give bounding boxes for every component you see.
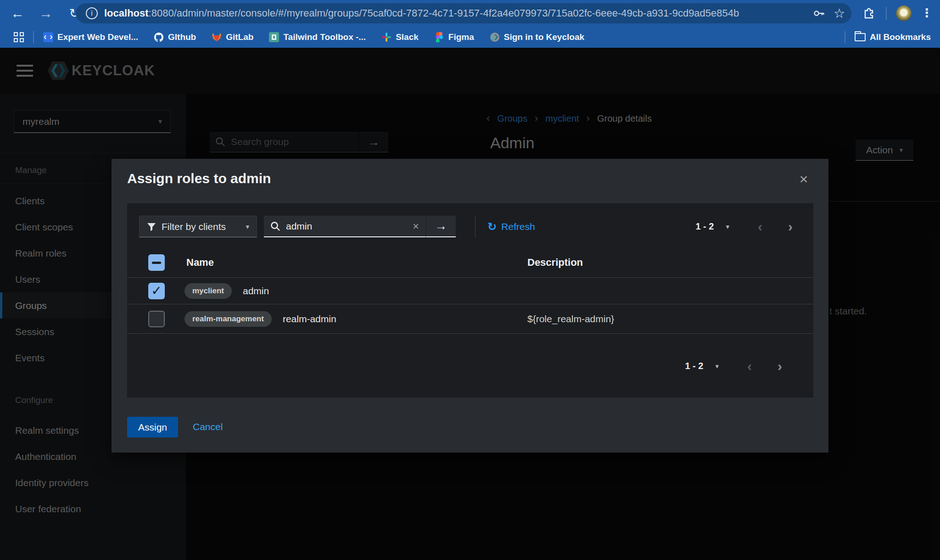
screenshot-root: ← → ↻ i localhost:8080/admin/master/cons… (0, 0, 940, 560)
bookmarks-bar: Expert Web Devel... GIthub GitLab Tailwi… (0, 26, 940, 48)
bookmark-star-icon[interactable]: ☆ (834, 6, 845, 21)
role-name: admin (243, 286, 269, 297)
tailwind-toolbox-icon (269, 32, 279, 42)
bookmark-figma[interactable]: Figma (434, 32, 474, 42)
browser-toolbar: ← → ↻ i localhost:8080/admin/master/cons… (0, 0, 940, 26)
row-checkbox-checked[interactable]: ✓ (148, 283, 165, 299)
clear-search-icon[interactable]: × (413, 220, 419, 233)
table-header-row: Name Description (127, 248, 813, 278)
github-icon (154, 32, 164, 42)
name-column-header: Name (186, 257, 214, 269)
bookmark-label: GIthub (168, 32, 196, 42)
table-row[interactable]: ✓ myclient admin (127, 278, 813, 304)
slack-icon (381, 32, 392, 42)
bookmark-label: Expert Web Devel... (57, 32, 138, 42)
bookmark-label: Sign in to Keycloak (504, 32, 584, 42)
arrow-right-icon: → (435, 219, 447, 233)
role-name: realm-admin (283, 314, 336, 325)
pagination-range[interactable]: 1 - 2 (685, 361, 703, 371)
filter-label: Filter by clients (162, 221, 226, 232)
browser-chrome: ← → ↻ i localhost:8080/admin/master/cons… (0, 0, 940, 48)
client-badge: realm-management (185, 311, 272, 327)
roles-panel: Filter by clients ▾ admin × → ↻ Refresh … (127, 203, 813, 398)
chevron-down-icon: ▾ (246, 223, 249, 231)
bookmarks-separator (33, 31, 34, 43)
bookmarks-right-separator (845, 31, 845, 43)
back-icon[interactable]: ← (8, 4, 27, 22)
table-row[interactable]: realm-management realm-admin ${role_real… (127, 304, 813, 334)
toolbar-separator (886, 7, 887, 20)
all-bookmarks-button[interactable]: All Bookmarks (855, 32, 931, 42)
toolbar-divider (475, 216, 476, 237)
url-host: localhost (104, 7, 149, 19)
role-search-submit-button[interactable]: → (425, 216, 456, 237)
description-column-header: Description (527, 257, 583, 268)
cancel-link[interactable]: Cancel (193, 421, 223, 432)
pagination-bottom: 1 - 2 ▾ ‹ › (685, 355, 782, 377)
chrome-menu-icon[interactable]: ⋮ (921, 6, 933, 20)
filter-icon (147, 222, 156, 231)
url-path: :8080/admin/master/console/#/myrealm/gro… (149, 7, 739, 19)
bookmark-label: Slack (396, 32, 419, 42)
site-info-icon[interactable]: i (86, 7, 98, 19)
bookmark-keycloak[interactable]: Sign in to Keycloak (490, 32, 584, 42)
refresh-button[interactable]: ↻ Refresh (487, 220, 535, 233)
folder-icon (855, 33, 866, 41)
bookmark-gitlab[interactable]: GitLab (212, 32, 253, 42)
apps-grid-icon[interactable] (14, 32, 24, 42)
pagination-top: 1 - 2 ▾ ‹ › (695, 216, 793, 237)
forward-icon[interactable]: → (37, 4, 55, 22)
bookmark-label: GitLab (226, 32, 253, 42)
client-badge: myclient (185, 283, 232, 299)
role-search-value: admin (286, 221, 312, 232)
gitlab-icon (212, 32, 222, 42)
role-search-input[interactable]: admin × (264, 216, 425, 237)
next-page-icon[interactable]: › (788, 219, 793, 235)
refresh-icon: ↻ (487, 220, 497, 233)
expert-web-dev-icon (43, 32, 53, 42)
bookmark-label: Tailwind Toolbox -... (283, 32, 366, 42)
profile-avatar[interactable] (896, 6, 912, 21)
role-description: ${role_realm-admin} (527, 314, 614, 324)
modal-title: Assign roles to admin (127, 171, 271, 186)
all-bookmarks-label: All Bookmarks (870, 32, 931, 42)
next-page-icon[interactable]: › (778, 358, 782, 374)
password-key-icon[interactable] (812, 7, 825, 20)
close-icon[interactable]: × (794, 169, 814, 189)
pagination-range[interactable]: 1 - 2 (695, 221, 714, 232)
roles-table: Name Description ✓ myclient admin realm-… (127, 248, 813, 334)
assign-roles-modal: Assign roles to admin × Filter by client… (112, 159, 828, 453)
previous-page-icon[interactable]: ‹ (758, 219, 762, 235)
keycloak-favicon (490, 32, 500, 42)
chevron-down-icon[interactable]: ▾ (715, 362, 719, 370)
bookmark-expert-web-dev[interactable]: Expert Web Devel... (43, 32, 138, 42)
previous-page-icon[interactable]: ‹ (747, 358, 752, 374)
search-icon (270, 221, 280, 231)
url-bar[interactable]: i localhost:8080/admin/master/console/#/… (76, 3, 851, 23)
roles-toolbar: Filter by clients ▾ admin × → ↻ Refresh (139, 216, 535, 237)
bookmark-github[interactable]: GIthub (154, 32, 196, 42)
select-all-checkbox[interactable] (148, 254, 165, 271)
refresh-label: Refresh (501, 221, 535, 232)
assign-button[interactable]: Assign (127, 417, 178, 437)
bookmark-tailwind-toolbox[interactable]: Tailwind Toolbox -... (269, 32, 366, 42)
bookmark-slack[interactable]: Slack (381, 32, 419, 42)
row-checkbox-unchecked[interactable] (148, 311, 165, 327)
figma-icon (434, 32, 444, 42)
url-text[interactable]: localhost:8080/admin/master/console/#/my… (104, 7, 851, 19)
filter-by-clients-dropdown[interactable]: Filter by clients ▾ (139, 216, 257, 237)
bookmark-label: Figma (448, 32, 474, 42)
chevron-down-icon[interactable]: ▾ (726, 223, 729, 231)
extensions-puzzle-icon[interactable] (862, 6, 876, 20)
